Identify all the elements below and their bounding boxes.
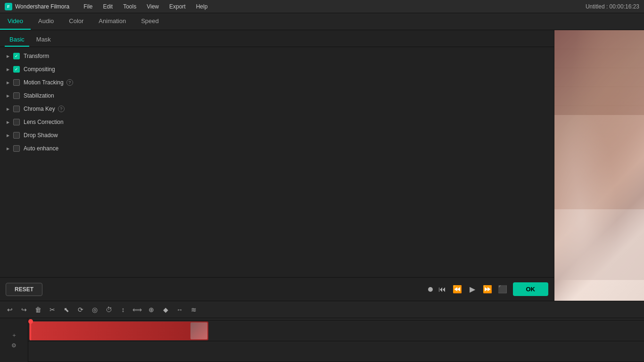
property-row-stabilization[interactable]: ▶ Stabilization: [0, 89, 554, 102]
sub-tab-basic[interactable]: Basic: [5, 34, 29, 47]
tl-marker-btn[interactable]: ◆: [159, 304, 172, 316]
reset-button[interactable]: RESET: [6, 283, 42, 296]
timeline-track-area[interactable]: [28, 321, 644, 362]
ruler-tick-3: 00:00:30:00: [283, 318, 305, 319]
timeline-left-gutter: ＋ ⚙: [0, 318, 28, 362]
sub-tab-mask[interactable]: Mask: [32, 34, 56, 47]
right-panel: [554, 30, 644, 301]
property-label-stabilization: Stabilization: [24, 92, 54, 99]
tl-zoom-btn[interactable]: ↔: [173, 304, 186, 316]
ruler-tick-4: 00:00:40:00: [368, 318, 390, 319]
checkbox-lens-correction[interactable]: [13, 119, 20, 125]
svg-rect-2: [554, 115, 644, 209]
playhead[interactable]: [30, 321, 31, 340]
tab-speed[interactable]: Speed: [133, 13, 166, 30]
checkbox-stabilization[interactable]: [13, 92, 20, 99]
bottom-bar: RESET ⏮ ⏪ ▶ ⏩ ⬛ OK: [0, 277, 554, 301]
timeline-area: ↩ ↪ 🗑 ✂ ⬉ ⟳ ◎ ⏱ ↕ ⟺ ⊕ ◆ ↔ ≋ ＋ ⚙ 00:00:00…: [0, 301, 644, 362]
property-label-chroma-key: Chroma Key: [24, 106, 55, 112]
playback-step-back[interactable]: ⏮: [437, 284, 448, 295]
property-row-drop-shadow[interactable]: ▶ Drop Shadow: [0, 129, 554, 142]
expand-arrow-drop-shadow[interactable]: ▶: [5, 132, 11, 139]
playback-play[interactable]: ▶: [467, 284, 478, 295]
menu-tools[interactable]: Tools: [118, 2, 141, 11]
expand-arrow-chroma-key[interactable]: ▶: [5, 106, 11, 112]
expand-arrow-transform[interactable]: ▶: [5, 53, 11, 59]
tl-rotate-btn[interactable]: ⟳: [74, 304, 87, 316]
help-icon-motion-tracking[interactable]: ?: [66, 79, 73, 86]
property-row-compositing[interactable]: ▶ Compositing: [0, 63, 554, 76]
expand-arrow-auto-enhance[interactable]: ▶: [5, 145, 11, 152]
app-logo: F Wondershare Filmora: [5, 3, 69, 10]
tab-video[interactable]: Video: [0, 13, 31, 30]
timeline-ruler-area: 00:00:00:00 00:00:10:00 00:00:20:00 00:0…: [28, 318, 644, 362]
menu-edit[interactable]: Edit: [99, 2, 118, 11]
tl-ripple-btn[interactable]: ⟺: [131, 304, 143, 316]
menu-export[interactable]: Export: [165, 2, 190, 11]
expand-arrow-compositing[interactable]: ▶: [5, 66, 11, 73]
tl-snap-btn[interactable]: ⊕: [145, 304, 157, 316]
help-icon-chroma-key[interactable]: ?: [58, 106, 65, 112]
playback-stop[interactable]: ⬛: [497, 284, 508, 295]
timeline-toolbar: ↩ ↪ 🗑 ✂ ⬉ ⟳ ◎ ⏱ ↕ ⟺ ⊕ ◆ ↔ ≋: [0, 301, 644, 318]
sub-tab-bar: Basic Mask: [0, 30, 554, 47]
property-label-transform: Transform: [24, 53, 49, 59]
property-label-lens-correction: Lens Correction: [24, 119, 64, 125]
checkbox-motion-tracking[interactable]: [13, 79, 20, 86]
window-title: Untitled : 00:00:16:23: [586, 3, 639, 10]
ruler-tick-5: 00:00:50:00: [453, 318, 475, 319]
tab-color[interactable]: Color: [61, 13, 91, 30]
checkbox-drop-shadow[interactable]: [13, 132, 20, 139]
tab-audio[interactable]: Audio: [31, 13, 61, 30]
menu-file[interactable]: File: [79, 2, 97, 11]
main-content: Basic Mask ▶ Transform ▶ Compositing ▶ M…: [0, 30, 644, 301]
ruler-tick-1: 00:00:10:00: [113, 318, 136, 319]
checkbox-auto-enhance[interactable]: [13, 145, 20, 152]
properties-panel: ▶ Transform ▶ Compositing ▶ Motion Track…: [0, 47, 554, 277]
checkbox-compositing[interactable]: [13, 66, 20, 73]
playback-play-forward[interactable]: ⏩: [482, 284, 493, 295]
filmora-icon: F: [5, 3, 12, 10]
property-row-lens-correction[interactable]: ▶ Lens Correction: [0, 115, 554, 129]
playback-play-back[interactable]: ⏪: [452, 284, 463, 295]
title-bar: F Wondershare Filmora File Edit Tools Vi…: [0, 0, 644, 13]
property-row-transform[interactable]: ▶ Transform: [0, 49, 554, 63]
tab-animation[interactable]: Animation: [91, 13, 133, 30]
tl-redo-btn[interactable]: ↪: [18, 304, 30, 316]
expand-arrow-motion-tracking[interactable]: ▶: [5, 79, 11, 86]
ok-button[interactable]: OK: [513, 282, 549, 296]
tl-crop-btn[interactable]: ⬉: [60, 304, 73, 316]
tl-undo-btn[interactable]: ↩: [4, 304, 16, 316]
property-row-motion-tracking[interactable]: ▶ Motion Tracking ?: [0, 76, 554, 89]
timeline-settings-btn[interactable]: ⚙: [11, 342, 17, 349]
property-label-compositing: Compositing: [24, 66, 55, 73]
tl-audio-btn[interactable]: ↕: [117, 304, 129, 316]
ruler-tick-0: 00:00:00:00: [29, 318, 52, 319]
tl-speed-btn[interactable]: ⏱: [103, 304, 115, 316]
expand-arrow-lens-correction[interactable]: ▶: [5, 119, 11, 125]
tl-cut-btn[interactable]: ✂: [46, 304, 58, 316]
property-row-chroma-key[interactable]: ▶ Chroma Key ?: [0, 102, 554, 115]
timeline-content: ＋ ⚙ 00:00:00:00 00:00:10:00 00:00:20:00 …: [0, 318, 644, 362]
property-row-auto-enhance[interactable]: ▶ Auto enhance: [0, 142, 554, 155]
svg-rect-1: [554, 30, 644, 115]
app-name: Wondershare Filmora: [15, 3, 69, 10]
svg-rect-3: [554, 209, 644, 280]
tl-waves-btn[interactable]: ≋: [188, 304, 200, 316]
track-clip-1[interactable]: [29, 321, 208, 340]
checkbox-transform[interactable]: [13, 53, 20, 59]
tl-record-btn[interactable]: ◎: [89, 304, 101, 316]
property-label-auto-enhance: Auto enhance: [24, 145, 58, 152]
timeline-add-track-btn[interactable]: ＋: [11, 331, 17, 339]
checkbox-chroma-key[interactable]: [13, 106, 20, 112]
main-tab-bar: Video Audio Color Animation Speed: [0, 13, 644, 30]
menu-bar: File Edit Tools View Export Help: [79, 2, 212, 11]
ruler-tick-6: 00:01:00:00: [537, 318, 560, 319]
tl-delete-btn[interactable]: 🗑: [32, 304, 44, 316]
menu-view[interactable]: View: [142, 2, 164, 11]
timeline-track-2: [28, 341, 644, 362]
expand-arrow-stabilization[interactable]: ▶: [5, 92, 11, 99]
ruler-tick-2: 00:00:20:00: [198, 318, 221, 319]
menu-help[interactable]: Help: [191, 2, 213, 11]
property-label-drop-shadow: Drop Shadow: [24, 132, 58, 139]
